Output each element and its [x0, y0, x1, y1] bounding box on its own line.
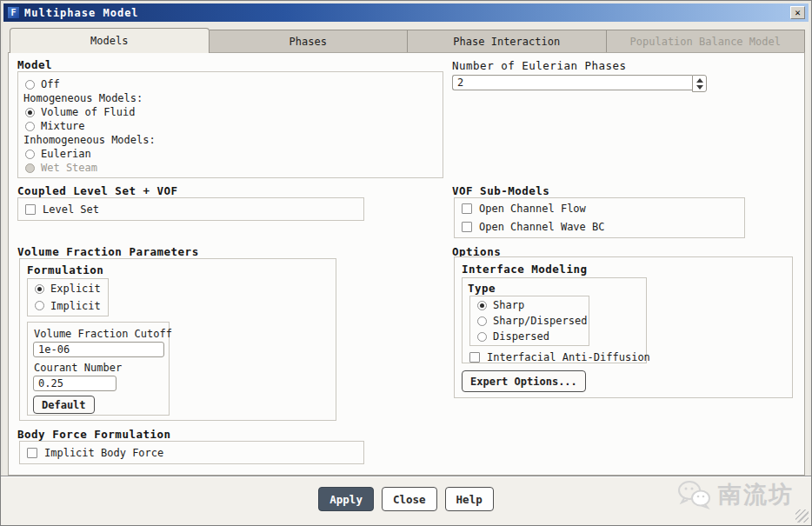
checkbox-interfacial-anti-diffusion[interactable]: Interfacial Anti-Diffusion	[463, 350, 650, 364]
radio-volume-of-fluid[interactable]: Volume of Fluid	[18, 105, 443, 119]
options-group-box: Interface Modeling Type Sharp Sharp/Disp…	[454, 256, 793, 398]
volume-fraction-cutoff-label: Volume Fraction Cutoff	[34, 328, 172, 340]
radio-off[interactable]: Off	[18, 77, 443, 91]
title-bar: F Multiphase Model ✕	[3, 3, 809, 22]
close-button[interactable]: Close	[382, 487, 437, 511]
checkbox-open-channel-flow[interactable]: Open Channel Flow	[455, 202, 744, 216]
radio-eulerian[interactable]: Eulerian	[18, 147, 443, 161]
apply-button[interactable]: Apply	[318, 487, 374, 511]
volume-fraction-cutoff-input[interactable]: 1e-06	[33, 342, 164, 357]
checkbox-open-channel-flow-label: Open Channel Flow	[479, 203, 586, 215]
radio-sharp[interactable]: Sharp	[470, 298, 589, 312]
volume-fraction-title: Volume Fraction Parameters	[17, 245, 199, 258]
radio-mixture[interactable]: Mixture	[18, 119, 443, 133]
volume-fraction-group-box: Formulation Explicit Implicit Volume Fra…	[19, 258, 336, 421]
watermark-text: 南流坊	[718, 479, 794, 510]
type-group-box: Sharp Sharp/Dispersed Dispersed	[469, 296, 589, 346]
models-tab-panel: Model Off Homogeneous Models: Volume of …	[8, 52, 805, 476]
model-section-title: Model	[17, 58, 52, 71]
courant-number-label: Courant Number	[34, 362, 122, 374]
radio-dispersed-icon	[477, 332, 487, 342]
resize-grip[interactable]	[795, 509, 809, 523]
tab-bar: Models Phases Phase Interaction Populati…	[10, 28, 805, 53]
radio-explicit-icon	[35, 284, 44, 294]
checkbox-level-set-icon	[25, 204, 36, 215]
body-force-group-box: Implicit Body Force	[19, 441, 364, 464]
radio-sharp-icon	[477, 301, 487, 310]
radio-implicit[interactable]: Implicit	[28, 299, 108, 313]
radio-sharp-dispersed-icon	[477, 316, 487, 326]
radio-wet-steam: Wet Steam	[18, 161, 443, 175]
radio-implicit-icon	[35, 301, 44, 310]
eulerian-phases-label: Number of Eulerian Phases	[452, 59, 627, 72]
formulation-group-box: Explicit Implicit	[27, 278, 109, 316]
interface-modeling-title: Interface Modeling	[462, 263, 587, 276]
body-force-title: Body Force Formulation	[17, 428, 171, 441]
radio-mixture-icon	[25, 122, 35, 131]
courant-number-input[interactable]: 0.25	[33, 376, 116, 391]
fluent-app-icon: F	[7, 6, 20, 19]
radio-explicit[interactable]: Explicit	[28, 282, 108, 296]
tab-phase-interaction[interactable]: Phase Interaction	[408, 30, 607, 53]
window-title: Multiphase Model	[24, 7, 139, 19]
checkbox-open-channel-wave-bc-icon	[462, 222, 472, 232]
help-button[interactable]: Help	[445, 487, 494, 511]
multiphase-model-dialog: F Multiphase Model ✕ Models Phases Phase…	[0, 0, 812, 526]
checkbox-implicit-body-force-icon	[27, 448, 37, 458]
cutoff-group-box: Volume Fraction Cutoff 1e-06 Courant Num…	[27, 322, 170, 416]
checkbox-level-set-label: Level Set	[43, 203, 99, 216]
radio-off-label: Off	[41, 78, 60, 90]
checkbox-level-set[interactable]: Level Set	[18, 203, 99, 216]
vof-submodels-group-box: Open Channel Flow Open Channel Wave BC	[454, 197, 745, 238]
tab-models[interactable]: Models	[10, 28, 210, 53]
radio-wet-steam-label: Wet Steam	[41, 162, 97, 174]
tab-phases[interactable]: Phases	[210, 30, 409, 53]
interface-modeling-group-box: Type Sharp Sharp/Dispersed Dispersed	[462, 277, 647, 363]
eulerian-phases-spinner	[692, 75, 707, 92]
radio-off-icon	[25, 80, 35, 90]
radio-volume-of-fluid-label: Volume of Fluid	[41, 106, 135, 118]
expert-options-button[interactable]: Expert Options...	[462, 370, 586, 392]
vof-submodels-title: VOF Sub-Models	[452, 184, 549, 197]
eulerian-phases-input[interactable]: 2	[452, 75, 692, 90]
radio-sharp-label: Sharp	[493, 299, 524, 311]
radio-sharp-dispersed[interactable]: Sharp/Dispersed	[470, 314, 589, 328]
wechat-logo-icon	[676, 479, 713, 510]
model-group-box: Off Homogeneous Models: Volume of Fluid …	[17, 71, 443, 178]
checkbox-open-channel-flow-icon	[462, 203, 472, 214]
eulerian-phases-spinbox: 2	[452, 75, 707, 92]
footer: Apply Close Help 南流坊	[1, 477, 811, 525]
radio-implicit-label: Implicit	[50, 300, 101, 312]
checkbox-interfacial-anti-diffusion-icon	[469, 352, 480, 363]
spinner-down-icon[interactable]	[696, 85, 703, 90]
radio-wet-steam-icon	[25, 163, 35, 173]
checkbox-open-channel-wave-bc[interactable]: Open Channel Wave BC	[455, 220, 744, 234]
checkbox-interfacial-anti-diffusion-label: Interfacial Anti-Diffusion	[487, 351, 650, 363]
homogeneous-models-label: Homogeneous Models:	[18, 91, 443, 105]
radio-explicit-label: Explicit	[50, 283, 101, 295]
checkbox-implicit-body-force-label: Implicit Body Force	[44, 447, 163, 459]
checkbox-open-channel-wave-bc-label: Open Channel Wave BC	[479, 221, 605, 233]
radio-volume-of-fluid-icon	[25, 108, 35, 117]
type-title: Type	[468, 282, 496, 295]
radio-eulerian-icon	[25, 150, 35, 159]
default-button[interactable]: Default	[33, 396, 95, 414]
inhomogeneous-models-label: Inhomogeneous Models:	[18, 133, 443, 147]
radio-dispersed[interactable]: Dispersed	[470, 330, 589, 343]
radio-eulerian-label: Eulerian	[41, 148, 91, 160]
radio-dispersed-label: Dispersed	[493, 330, 549, 343]
formulation-title: Formulation	[27, 263, 103, 276]
radio-mixture-label: Mixture	[41, 120, 85, 132]
radio-sharp-dispersed-label: Sharp/Dispersed	[493, 315, 587, 327]
close-icon[interactable]: ✕	[790, 6, 805, 19]
watermark: 南流坊	[676, 479, 794, 510]
coupled-section-title: Coupled Level Set + VOF	[17, 184, 178, 197]
spinner-up-icon[interactable]	[696, 78, 703, 83]
coupled-group-box: Level Set	[17, 197, 364, 221]
tab-population-balance-model: Population Balance Model	[607, 30, 806, 53]
checkbox-implicit-body-force[interactable]: Implicit Body Force	[20, 446, 163, 460]
